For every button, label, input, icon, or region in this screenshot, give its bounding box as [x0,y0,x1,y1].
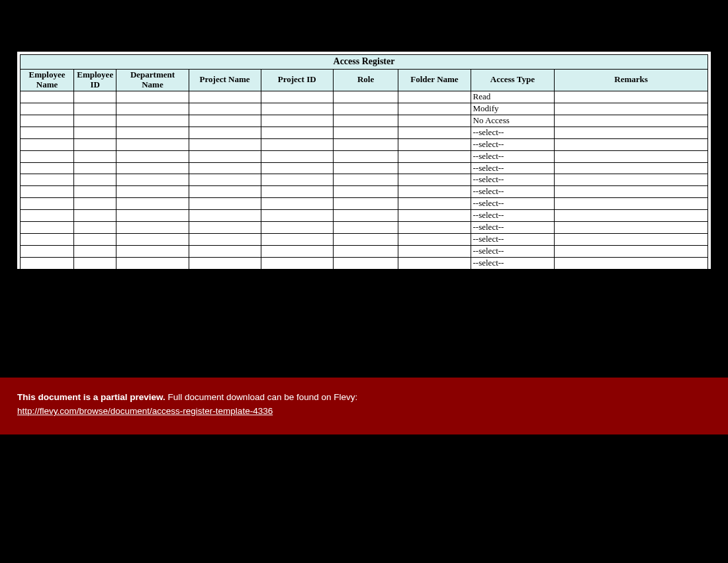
cell-emp_id[interactable] [74,174,116,186]
cell-access[interactable]: No Access [471,115,555,127]
cell-role[interactable] [333,138,398,150]
cell-proj_id[interactable] [261,246,333,258]
cell-emp_name[interactable] [21,258,74,269]
cell-emp_name[interactable] [21,210,74,222]
cell-folder[interactable] [398,234,471,246]
cell-remarks[interactable] [555,127,708,138]
cell-access[interactable]: Read [471,91,555,103]
cell-emp_name[interactable] [21,222,74,234]
cell-remarks[interactable] [555,246,708,258]
cell-emp_id[interactable] [74,127,116,138]
cell-dept[interactable] [116,150,189,162]
cell-emp_id[interactable] [74,258,116,269]
cell-proj_name[interactable] [189,127,261,138]
cell-folder[interactable] [398,198,471,210]
cell-folder[interactable] [398,222,471,234]
cell-remarks[interactable] [555,198,708,210]
cell-role[interactable] [333,162,398,174]
cell-access[interactable]: --select-- [471,258,555,269]
cell-folder[interactable] [398,115,471,127]
cell-access[interactable]: --select-- [471,222,555,234]
cell-emp_id[interactable] [74,91,116,103]
cell-emp_name[interactable] [21,174,74,186]
cell-proj_name[interactable] [189,162,261,174]
cell-dept[interactable] [116,246,189,258]
cell-proj_name[interactable] [189,198,261,210]
cell-role[interactable] [333,103,398,115]
cell-remarks[interactable] [555,103,708,115]
cell-remarks[interactable] [555,150,708,162]
cell-emp_name[interactable] [21,138,74,150]
cell-folder[interactable] [398,91,471,103]
cell-emp_name[interactable] [21,198,74,210]
cell-access[interactable]: --select-- [471,174,555,186]
cell-remarks[interactable] [555,222,708,234]
cell-dept[interactable] [116,234,189,246]
cell-dept[interactable] [116,186,189,198]
preview-banner-link[interactable]: http://flevy.com/browse/document/access-… [17,406,273,416]
cell-emp_id[interactable] [74,115,116,127]
cell-folder[interactable] [398,162,471,174]
cell-emp_id[interactable] [74,210,116,222]
cell-role[interactable] [333,150,398,162]
cell-dept[interactable] [116,103,189,115]
cell-proj_name[interactable] [189,210,261,222]
cell-remarks[interactable] [555,174,708,186]
cell-emp_name[interactable] [21,91,74,103]
cell-dept[interactable] [116,91,189,103]
cell-folder[interactable] [398,150,471,162]
cell-access[interactable]: --select-- [471,138,555,150]
cell-proj_id[interactable] [261,162,333,174]
cell-emp_id[interactable] [74,222,116,234]
cell-proj_name[interactable] [189,174,261,186]
cell-folder[interactable] [398,210,471,222]
cell-emp_name[interactable] [21,246,74,258]
cell-dept[interactable] [116,210,189,222]
cell-emp_name[interactable] [21,162,74,174]
cell-remarks[interactable] [555,138,708,150]
cell-proj_id[interactable] [261,234,333,246]
cell-access[interactable]: --select-- [471,234,555,246]
cell-emp_id[interactable] [74,162,116,174]
cell-dept[interactable] [116,198,189,210]
cell-dept[interactable] [116,127,189,138]
cell-emp_id[interactable] [74,186,116,198]
cell-emp_id[interactable] [74,198,116,210]
cell-role[interactable] [333,198,398,210]
cell-access[interactable]: --select-- [471,246,555,258]
cell-proj_name[interactable] [189,115,261,127]
cell-proj_id[interactable] [261,210,333,222]
cell-access[interactable]: Modify [471,103,555,115]
cell-proj_name[interactable] [189,246,261,258]
cell-folder[interactable] [398,138,471,150]
cell-emp_name[interactable] [21,115,74,127]
cell-emp_id[interactable] [74,103,116,115]
cell-role[interactable] [333,91,398,103]
cell-folder[interactable] [398,174,471,186]
cell-remarks[interactable] [555,186,708,198]
cell-proj_name[interactable] [189,91,261,103]
cell-proj_id[interactable] [261,115,333,127]
cell-role[interactable] [333,174,398,186]
cell-access[interactable]: --select-- [471,198,555,210]
cell-emp_id[interactable] [74,234,116,246]
cell-proj_id[interactable] [261,150,333,162]
cell-proj_name[interactable] [189,234,261,246]
cell-remarks[interactable] [555,162,708,174]
cell-access[interactable]: --select-- [471,162,555,174]
cell-proj_id[interactable] [261,222,333,234]
cell-role[interactable] [333,258,398,269]
cell-dept[interactable] [116,258,189,269]
cell-remarks[interactable] [555,115,708,127]
cell-role[interactable] [333,186,398,198]
cell-emp_id[interactable] [74,150,116,162]
cell-emp_name[interactable] [21,150,74,162]
cell-emp_name[interactable] [21,127,74,138]
cell-proj_name[interactable] [189,150,261,162]
cell-access[interactable]: --select-- [471,150,555,162]
cell-remarks[interactable] [555,91,708,103]
cell-remarks[interactable] [555,210,708,222]
cell-proj_name[interactable] [189,222,261,234]
cell-proj_name[interactable] [189,138,261,150]
cell-role[interactable] [333,246,398,258]
